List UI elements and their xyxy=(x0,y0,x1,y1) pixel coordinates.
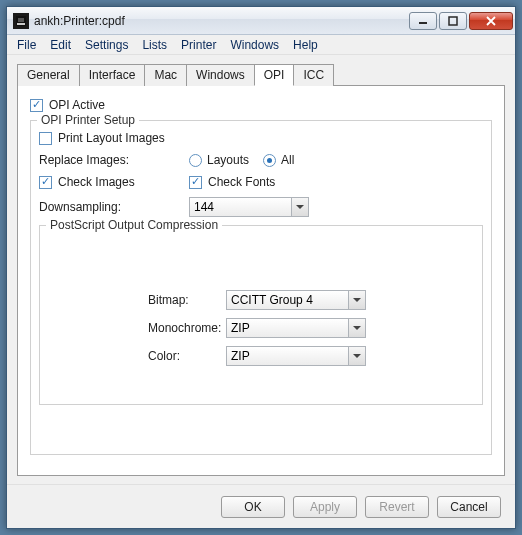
maximize-button[interactable] xyxy=(439,12,467,30)
window-controls xyxy=(409,12,513,30)
content-area: General Interface Mac Windows OPI ICC OP… xyxy=(7,55,515,484)
svg-rect-3 xyxy=(419,22,427,24)
color-label: Color: xyxy=(148,349,226,363)
monochrome-value: ZIP xyxy=(231,321,344,335)
opi-active-label: OPI Active xyxy=(49,98,105,112)
compression-legend: PostScript Output Compression xyxy=(46,218,222,232)
color-combo[interactable]: ZIP xyxy=(226,346,366,366)
cancel-button[interactable]: Cancel xyxy=(437,496,501,518)
downsampling-label: Downsampling: xyxy=(39,200,189,214)
color-value: ZIP xyxy=(231,349,344,363)
opi-printer-setup-group: OPI Printer Setup Print Layout Images Re… xyxy=(30,120,492,455)
print-layout-images-checkbox[interactable] xyxy=(39,132,52,145)
tab-interface[interactable]: Interface xyxy=(79,64,146,86)
replace-images-label: Replace Images: xyxy=(39,153,189,167)
menubar: File Edit Settings Lists Printer Windows… xyxy=(7,35,515,55)
tab-windows[interactable]: Windows xyxy=(186,64,255,86)
menu-windows[interactable]: Windows xyxy=(224,37,285,53)
window-title: ankh:Printer:cpdf xyxy=(34,14,409,28)
chevron-down-icon xyxy=(348,347,365,365)
window-frame: ankh:Printer:cpdf File Edit Settings Lis… xyxy=(6,6,516,529)
tab-general[interactable]: General xyxy=(17,64,80,86)
opi-active-checkbox[interactable] xyxy=(30,99,43,112)
menu-help[interactable]: Help xyxy=(287,37,324,53)
menu-lists[interactable]: Lists xyxy=(136,37,173,53)
svg-rect-1 xyxy=(17,23,25,25)
tab-mac[interactable]: Mac xyxy=(144,64,187,86)
downsampling-value: 144 xyxy=(194,200,287,214)
replace-layouts-label: Layouts xyxy=(207,153,249,167)
bitmap-combo[interactable]: CCITT Group 4 xyxy=(226,290,366,310)
postscript-compression-group: PostScript Output Compression Bitmap: CC… xyxy=(39,225,483,405)
downsampling-combo[interactable]: 144 xyxy=(189,197,309,217)
opi-setup-legend: OPI Printer Setup xyxy=(37,113,139,127)
menu-edit[interactable]: Edit xyxy=(44,37,77,53)
menu-printer[interactable]: Printer xyxy=(175,37,222,53)
svg-rect-4 xyxy=(449,17,457,25)
check-images-checkbox[interactable] xyxy=(39,176,52,189)
menu-file[interactable]: File xyxy=(11,37,42,53)
tab-opi[interactable]: OPI xyxy=(254,64,295,86)
check-images-label: Check Images xyxy=(58,175,135,189)
tab-panel-opi: OPI Active OPI Printer Setup Print Layou… xyxy=(17,85,505,476)
close-button[interactable] xyxy=(469,12,513,30)
minimize-button[interactable] xyxy=(409,12,437,30)
ok-button[interactable]: OK xyxy=(221,496,285,518)
print-layout-images-label: Print Layout Images xyxy=(58,131,165,145)
tabstrip: General Interface Mac Windows OPI ICC xyxy=(17,64,505,86)
bitmap-value: CCITT Group 4 xyxy=(231,293,344,307)
chevron-down-icon xyxy=(291,198,308,216)
check-fonts-checkbox[interactable] xyxy=(189,176,202,189)
svg-rect-2 xyxy=(18,18,24,22)
check-fonts-label: Check Fonts xyxy=(208,175,275,189)
app-icon xyxy=(13,13,29,29)
replace-layouts-radio[interactable] xyxy=(189,154,202,167)
replace-all-radio[interactable] xyxy=(263,154,276,167)
menu-settings[interactable]: Settings xyxy=(79,37,134,53)
tab-icc[interactable]: ICC xyxy=(293,64,334,86)
monochrome-combo[interactable]: ZIP xyxy=(226,318,366,338)
chevron-down-icon xyxy=(348,319,365,337)
footer-buttons: OK Apply Revert Cancel xyxy=(7,484,515,528)
monochrome-label: Monochrome: xyxy=(148,321,226,335)
titlebar[interactable]: ankh:Printer:cpdf xyxy=(7,7,515,35)
replace-all-label: All xyxy=(281,153,294,167)
revert-button[interactable]: Revert xyxy=(365,496,429,518)
apply-button[interactable]: Apply xyxy=(293,496,357,518)
bitmap-label: Bitmap: xyxy=(148,293,226,307)
chevron-down-icon xyxy=(348,291,365,309)
